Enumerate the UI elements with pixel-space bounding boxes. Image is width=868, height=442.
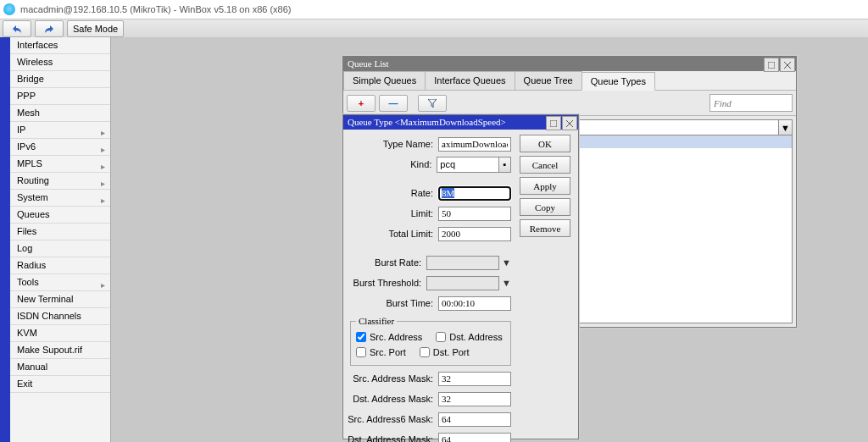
remove-icon[interactable]: — — [379, 95, 408, 112]
tab-queue-types[interactable]: Queue Types — [581, 72, 655, 91]
rate-input[interactable] — [438, 186, 511, 201]
svg-rect-0 — [768, 62, 775, 69]
src-mask-label: Src. Address Mask: — [343, 373, 438, 384]
sidebar-item-make-supout-rif[interactable]: Make Supout.rif — [10, 342, 110, 359]
limit-label: Limit: — [343, 208, 438, 218]
classifier-group: Classifier Src. Address Dst. Address Src… — [350, 316, 511, 366]
burst-rate-label: Burst Rate: — [343, 257, 426, 268]
sidebar-accent — [0, 37, 10, 442]
rate-label: Rate: — [343, 188, 438, 198]
sidebar-item-wireless[interactable]: Wireless — [10, 54, 110, 71]
dst6-mask-input[interactable] — [438, 433, 511, 443]
burst-threshold-label: Burst Threshold: — [343, 278, 426, 288]
safe-mode-button[interactable]: Safe Mode — [67, 20, 124, 37]
type-name-label: Type Name: — [343, 139, 438, 149]
classifier-legend: Classifier — [356, 316, 397, 326]
window-titlebar: macadmin@192.168.10.5 (MikroTik) - WinBo… — [0, 0, 868, 19]
sidebar-item-files[interactable]: Files — [10, 224, 110, 240]
chevron-down-icon[interactable]: ▼ — [778, 120, 792, 135]
dst-mask-label: Dst. Address Mask: — [343, 394, 438, 404]
sidebar-item-bridge[interactable]: Bridge — [10, 71, 110, 88]
src-port-check[interactable]: Src. Port — [356, 347, 406, 357]
redo-button[interactable] — [35, 20, 64, 37]
close-icon[interactable] — [780, 58, 795, 72]
dst-mask-input[interactable] — [438, 392, 511, 406]
burst-time-input[interactable] — [438, 296, 511, 311]
add-icon[interactable]: + — [347, 95, 376, 112]
tab-queue-tree[interactable]: Queue Tree — [515, 71, 582, 90]
sidebar-item-interfaces[interactable]: Interfaces — [10, 37, 110, 54]
src-mask-input[interactable] — [438, 372, 511, 386]
sidebar-item-kvm[interactable]: KVM — [10, 325, 110, 342]
sidebar-item-tools[interactable]: Tools▸ — [10, 274, 110, 291]
minimize-icon[interactable] — [546, 116, 561, 130]
minimize-icon[interactable] — [764, 58, 779, 72]
sidebar-item-ppp[interactable]: PPP — [10, 88, 110, 105]
expand-icon[interactable]: ▼ — [502, 257, 511, 268]
top-toolbar: Safe Mode — [0, 19, 868, 39]
burst-threshold-input[interactable] — [426, 276, 499, 290]
queue-list-titlebar[interactable]: Queue List — [343, 57, 796, 71]
sidebar-item-exit[interactable]: Exit — [10, 376, 110, 393]
sidebar-item-ipv6[interactable]: IPv6▸ — [10, 139, 110, 156]
tab-simple-queues[interactable]: Simple Queues — [343, 71, 426, 90]
sidebar-menu: InterfacesWirelessBridgePPPMeshIP▸IPv6▸M… — [10, 37, 110, 442]
find-input[interactable] — [709, 94, 793, 112]
queue-list-tabs: Simple QueuesInterface QueuesQueue TreeQ… — [343, 71, 796, 91]
total-limit-label: Total Limit: — [343, 229, 438, 239]
queue-type-form: Type Name: Kind: pcq▪ Rate: Limit: Total… — [343, 135, 511, 434]
expand-icon[interactable]: ▼ — [502, 278, 511, 288]
tab-interface-queues[interactable]: Interface Queues — [425, 71, 515, 90]
title-text: macadmin@192.168.10.5 (MikroTik) - WinBo… — [20, 0, 292, 19]
burst-time-label: Burst Time: — [343, 298, 438, 308]
sidebar-item-log[interactable]: Log — [10, 240, 110, 257]
sidebar-item-ip[interactable]: IP▸ — [10, 122, 110, 139]
app-icon — [3, 3, 15, 15]
src6-mask-label: Src. Address6 Mask: — [343, 414, 438, 424]
sidebar-item-mesh[interactable]: Mesh — [10, 105, 110, 122]
src-address-check[interactable]: Src. Address — [356, 332, 422, 342]
burst-rate-input[interactable] — [426, 256, 499, 270]
apply-button[interactable]: Apply — [520, 177, 570, 195]
total-limit-input[interactable] — [438, 227, 511, 241]
svg-rect-1 — [550, 120, 557, 127]
dst-port-check[interactable]: Dst. Port — [420, 347, 470, 357]
sidebar-item-routing[interactable]: Routing▸ — [10, 173, 110, 190]
sidebar-item-manual[interactable]: Manual — [10, 359, 110, 376]
sidebar-item-isdn-channels[interactable]: ISDN Channels — [10, 308, 110, 325]
sidebar-item-mpls[interactable]: MPLS▸ — [10, 156, 110, 173]
limit-input[interactable] — [438, 207, 511, 221]
sidebar-item-radius[interactable]: Radius — [10, 257, 110, 274]
sidebar-item-system[interactable]: System▸ — [10, 190, 110, 207]
sidebar: InterfacesWirelessBridgePPPMeshIP▸IPv6▸M… — [0, 37, 111, 442]
undo-button[interactable] — [3, 20, 31, 37]
dst-address-check[interactable]: Dst. Address — [436, 332, 502, 342]
updown-icon[interactable]: ▪ — [498, 157, 510, 172]
queue-type-titlebar[interactable]: Queue Type <MaximumDownloadSpeed> — [343, 115, 578, 130]
queue-type-window: Queue Type <MaximumDownloadSpeed> Type N… — [342, 114, 579, 439]
copy-button[interactable]: Copy — [520, 198, 570, 216]
queue-list-title: Queue List — [348, 57, 764, 71]
dialog-buttons: OK Cancel Apply Copy Remove — [520, 135, 570, 434]
queue-type-title: Queue Type <MaximumDownloadSpeed> — [348, 115, 546, 130]
close-icon[interactable] — [562, 116, 577, 130]
remove-button[interactable]: Remove — [520, 219, 570, 237]
kind-select[interactable]: pcq▪ — [437, 157, 511, 173]
filter-icon[interactable] — [418, 95, 447, 112]
kind-label: Kind: — [343, 159, 437, 169]
dst6-mask-label: Dst. Address6 Mask: — [343, 434, 438, 442]
src6-mask-input[interactable] — [438, 412, 511, 427]
sidebar-item-new-terminal[interactable]: New Terminal — [10, 291, 110, 308]
type-name-input[interactable] — [438, 137, 511, 152]
workspace: InterfacesWirelessBridgePPPMeshIP▸IPv6▸M… — [0, 37, 868, 442]
queue-list-toolbar: + — — [343, 91, 796, 116]
cancel-button[interactable]: Cancel — [520, 156, 570, 174]
sidebar-item-queues[interactable]: Queues — [10, 207, 110, 224]
ok-button[interactable]: OK — [520, 135, 570, 152]
